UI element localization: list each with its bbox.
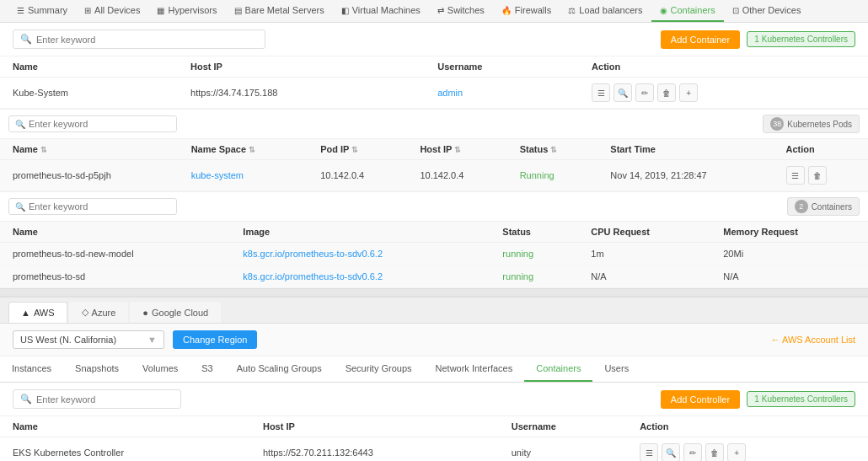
pod-col-name[interactable]: Name ⇅ [0, 139, 179, 160]
nav-tab-icon-firewalls: 🔥 [501, 6, 512, 15]
cloud-tab-google-cloud[interactable]: ●Google Cloud [130, 302, 221, 323]
service-tab-snapshots[interactable]: Snapshots [63, 356, 131, 382]
pods-section: 🔍 38 Kubernetes Pods Name ⇅ Name Space ⇅… [0, 109, 868, 288]
cloud-k8s-count: 1 [754, 394, 759, 404]
bottom-search-input-wrap[interactable]: 🔍 [13, 389, 181, 409]
cloud-row-username: unity [499, 437, 627, 462]
nav-tab-containers[interactable]: ◉Containers [651, 0, 724, 22]
pods-badge[interactable]: 38 Kubernetes Pods [763, 115, 860, 133]
action-list-btn[interactable]: ☰ [592, 83, 610, 102]
cloud-tab-aws[interactable]: ▲AWS [8, 302, 67, 323]
nav-tab-load-balancers[interactable]: ⚖Load balancers [560, 0, 651, 22]
row-username[interactable]: admin [425, 78, 579, 109]
containers-search-icon: 🔍 [15, 202, 25, 212]
row-action: ☰ 🔍 ✏ 🗑 + [579, 78, 868, 109]
containers-table: Name Host IP Username Action Kube-System… [0, 56, 868, 109]
pod-action-list-btn[interactable]: ☰ [786, 166, 805, 185]
sort-icon: ⇅ [40, 146, 47, 154]
cloud-col-action: Action [627, 416, 868, 437]
add-controller-button[interactable]: Add Controller [661, 390, 740, 409]
cloud-action-edit[interactable]: ✏ [683, 443, 702, 461]
containers-search-input-wrap[interactable]: 🔍 [8, 198, 177, 215]
cloud-tab-icon-azure: ◇ [82, 307, 88, 318]
nav-tab-icon-containers: ◉ [660, 6, 667, 15]
nav-tab-label-load-balancers: Load balancers [579, 5, 642, 15]
table-row: EKS Kubernetes Controller https://52.70.… [0, 437, 868, 462]
cont-col-image: Image [230, 222, 490, 243]
cloud-row-host-ip: https://52.70.211.132:6443 [250, 437, 499, 462]
pods-search-input-wrap[interactable]: 🔍 [8, 115, 177, 132]
containers-sub-section: 🔍 2 Containers Name Image Status CPU Req… [0, 191, 868, 288]
nav-tab-firewalls[interactable]: 🔥Firewalls [493, 0, 560, 22]
aws-account-link[interactable]: ← AWS Account List [771, 335, 855, 345]
nav-tab-virtual-machines[interactable]: ◧Virtual Machines [333, 0, 429, 22]
pod-col-pod-ip[interactable]: Pod IP ⇅ [308, 139, 407, 160]
cont-cpu: 1m [578, 243, 710, 265]
nav-tab-hypervisors[interactable]: ▦Hypervisors [148, 0, 225, 22]
bottom-search-bar: 🔍 Add Controller 1 Kubernetes Controller… [0, 383, 868, 416]
action-more-btn[interactable]: + [679, 83, 698, 102]
pod-start-time: Nov 14, 2019, 21:28:47 [597, 160, 773, 191]
service-tab-auto-scaling[interactable]: Auto Scaling Groups [225, 356, 334, 382]
cont-image[interactable]: k8s.gcr.io/prometheus-to-sdv0.6.2 [230, 243, 490, 265]
pod-namespace[interactable]: kube-system [179, 160, 308, 191]
cloud-col-host-ip: Host IP [250, 416, 499, 437]
service-tab-users[interactable]: Users [592, 356, 640, 382]
containers-badge[interactable]: 2 Containers [787, 197, 860, 216]
cont-image[interactable]: k8s.gcr.io/prometheus-to-sdv0.6.2 [230, 265, 490, 288]
nav-tab-icon-virtual-machines: ◧ [341, 6, 349, 15]
cont-cpu: N/A [578, 265, 710, 288]
add-container-button[interactable]: Add Container [661, 30, 740, 49]
cloud-row-action: ☰ 🔍 ✏ 🗑 + [627, 437, 868, 462]
cloud-action-list[interactable]: ☰ [640, 443, 658, 461]
pods-search-icon: 🔍 [15, 120, 25, 129]
service-tab-network-interfaces[interactable]: Network Interfaces [424, 356, 525, 382]
service-tab-security-groups[interactable]: Security Groups [334, 356, 424, 382]
nav-tab-label-all-devices: All Devices [94, 5, 140, 15]
k8s-controllers-badge[interactable]: 1 Kubernetes Controllers [747, 31, 855, 47]
nav-tab-summary[interactable]: ☰Summary [8, 0, 76, 22]
nav-tab-label-bare-metal: Bare Metal Servers [245, 5, 324, 15]
action-edit-btn[interactable]: ✏ [635, 83, 654, 102]
pod-col-status[interactable]: Status ⇅ [507, 139, 598, 160]
nav-tab-label-switches: Switches [447, 5, 485, 15]
k8s-badge-count: 1 [754, 35, 759, 44]
service-tabs: InstancesSnapshotsVolumesS3Auto Scaling … [0, 356, 868, 383]
k8s-badge-label: Kubernetes Controllers [762, 35, 848, 44]
nav-tab-bare-metal[interactable]: ▤Bare Metal Servers [226, 0, 333, 22]
region-select[interactable]: US West (N. California) ▼ [13, 330, 164, 349]
change-region-button[interactable]: Change Region [173, 330, 257, 349]
pod-col-host-ip[interactable]: Host IP ⇅ [407, 139, 506, 160]
cloud-k8s-badge[interactable]: 1 Kubernetes Controllers [747, 391, 855, 407]
cloud-action-search[interactable]: 🔍 [662, 443, 680, 461]
col-name: Name [0, 56, 178, 78]
pod-action-delete-btn[interactable]: 🗑 [808, 166, 827, 185]
nav-tab-switches[interactable]: ⇄Switches [429, 0, 493, 22]
service-tab-s3[interactable]: S3 [190, 356, 224, 382]
cont-col-memory: Memory Request [710, 222, 868, 243]
action-search-btn[interactable]: 🔍 [613, 83, 632, 102]
containers-search-input[interactable] [29, 201, 170, 212]
nav-tab-label-summary: Summary [28, 5, 67, 15]
cloud-tab-icon-google-cloud: ● [142, 308, 148, 318]
nav-tab-icon-other-devices: ⊡ [732, 6, 739, 15]
bottom-search-input[interactable] [36, 394, 174, 405]
nav-tab-all-devices[interactable]: ⊞All Devices [76, 0, 148, 22]
cloud-action-more[interactable]: + [727, 443, 746, 461]
containers-detail-table: Name Image Status CPU Request Memory Req… [0, 222, 868, 288]
cloud-action-icons: ☰ 🔍 ✏ 🗑 + [640, 443, 855, 461]
action-delete-btn[interactable]: 🗑 [657, 83, 676, 102]
service-tab-instances[interactable]: Instances [0, 356, 63, 382]
cloud-action-delete[interactable]: 🗑 [705, 443, 724, 461]
top-search-bar-right: Add Container 1 Kubernetes Controllers [661, 30, 855, 49]
pod-col-namespace[interactable]: Name Space ⇅ [179, 139, 308, 160]
service-tab-containers[interactable]: Containers [524, 356, 592, 382]
service-tab-volumes[interactable]: Volumes [131, 356, 190, 382]
top-search-input-wrap[interactable]: 🔍 [13, 29, 265, 49]
nav-tab-icon-hypervisors: ▦ [157, 6, 164, 15]
nav-tab-other-devices[interactable]: ⊡Other Devices [724, 0, 810, 22]
top-search-input[interactable] [36, 35, 258, 45]
pods-search-input[interactable] [29, 119, 170, 129]
cloud-tab-azure[interactable]: ◇Azure [69, 302, 129, 323]
table-row: prometheus-to-sd-new-model k8s.gcr.io/pr… [0, 243, 868, 265]
